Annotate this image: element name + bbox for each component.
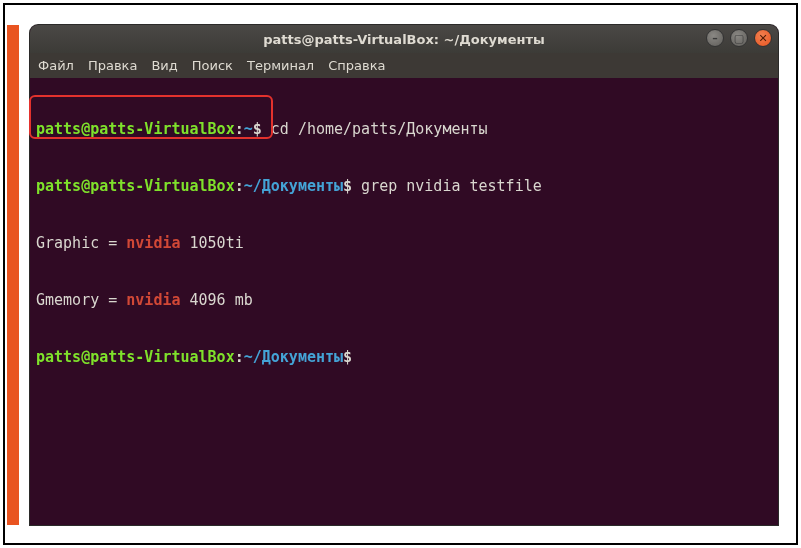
command-text: cd /home/patts/Документы xyxy=(262,120,488,138)
output-text: 4096 mb xyxy=(181,291,253,309)
close-icon: ✕ xyxy=(758,32,767,45)
terminal-line: patts@patts-VirtualBox:~/Документы$ xyxy=(36,348,772,367)
output-text: Graphic = xyxy=(36,234,126,252)
terminal-body[interactable]: patts@patts-VirtualBox:~$ cd /home/patts… xyxy=(30,78,778,409)
command-text xyxy=(352,348,361,366)
terminal-line: patts@patts-VirtualBox:~/Документы$ grep… xyxy=(36,177,772,196)
maximize-icon: ▢ xyxy=(734,32,744,45)
grep-match: nvidia xyxy=(126,234,180,252)
output-line: Gmemory = nvidia 4096 mb xyxy=(36,291,772,310)
prompt-path: ~/Документы xyxy=(244,177,343,195)
prompt-path: ~/Документы xyxy=(244,348,343,366)
menu-edit[interactable]: Правка xyxy=(88,58,137,73)
prompt-user: patts@patts-VirtualBox xyxy=(36,120,235,138)
prompt-user: patts@patts-VirtualBox xyxy=(36,348,235,366)
window-controls: – ▢ ✕ xyxy=(706,29,772,47)
menubar: Файл Правка Вид Поиск Терминал Справка xyxy=(30,53,778,78)
prompt-dollar: $ xyxy=(343,177,352,195)
minimize-button[interactable]: – xyxy=(706,29,724,47)
minimize-icon: – xyxy=(712,32,718,45)
output-line: Graphic = nvidia 1050ti xyxy=(36,234,772,253)
close-button[interactable]: ✕ xyxy=(754,29,772,47)
window-title: patts@patts-VirtualBox: ~/Документы xyxy=(30,32,778,47)
prompt-colon: : xyxy=(235,120,244,138)
menu-view[interactable]: Вид xyxy=(151,58,177,73)
command-text: grep nvidia testfile xyxy=(352,177,542,195)
maximize-button[interactable]: ▢ xyxy=(730,29,748,47)
terminal-window: patts@patts-VirtualBox: ~/Документы – ▢ … xyxy=(30,25,778,525)
prompt-user: patts@patts-VirtualBox xyxy=(36,177,235,195)
prompt-dollar: $ xyxy=(343,348,352,366)
accent-strip xyxy=(7,25,19,525)
grep-match: nvidia xyxy=(126,291,180,309)
terminal-line: patts@patts-VirtualBox:~$ cd /home/patts… xyxy=(36,120,772,139)
prompt-dollar: $ xyxy=(253,120,262,138)
prompt-path: ~ xyxy=(244,120,253,138)
output-text: Gmemory = xyxy=(36,291,126,309)
titlebar[interactable]: patts@patts-VirtualBox: ~/Документы – ▢ … xyxy=(30,25,778,53)
prompt-colon: : xyxy=(235,177,244,195)
menu-terminal[interactable]: Терминал xyxy=(247,58,314,73)
menu-search[interactable]: Поиск xyxy=(192,58,233,73)
menu-file[interactable]: Файл xyxy=(38,58,74,73)
prompt-colon: : xyxy=(235,348,244,366)
output-text: 1050ti xyxy=(181,234,244,252)
menu-help[interactable]: Справка xyxy=(328,58,385,73)
